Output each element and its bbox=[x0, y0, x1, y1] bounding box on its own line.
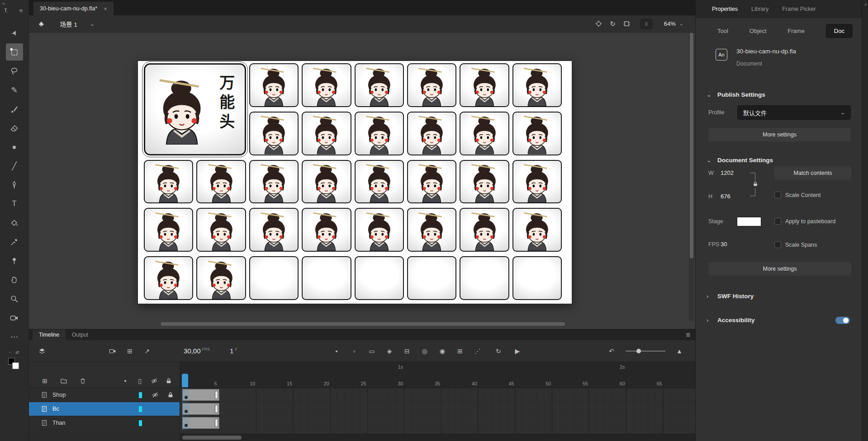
collapse-panel-icon[interactable]: « bbox=[2, 0, 4, 6]
onion-skin-outlines-icon[interactable]: ◉ bbox=[438, 347, 446, 355]
stage[interactable]: 万能头 bbox=[138, 61, 572, 304]
section-publish-settings[interactable]: ⌄ Publish Settings bbox=[696, 86, 862, 98]
section-accessibility[interactable]: › Accessibility bbox=[696, 310, 862, 327]
expression-cell[interactable] bbox=[249, 63, 299, 107]
expression-cell[interactable] bbox=[407, 63, 456, 107]
show-parenting-icon[interactable]: ⊞ bbox=[126, 347, 134, 355]
frame-span[interactable] bbox=[182, 417, 219, 429]
checkbox-box[interactable] bbox=[774, 241, 781, 248]
zoom-stepper[interactable] bbox=[640, 19, 652, 29]
empty-cell[interactable] bbox=[355, 256, 404, 300]
tab-frame-picker[interactable]: Frame Picker bbox=[782, 6, 816, 12]
paint-bucket-tool[interactable] bbox=[6, 214, 23, 231]
expression-cell[interactable] bbox=[407, 208, 456, 252]
tab-library[interactable]: Library bbox=[751, 6, 768, 12]
chevron-right-icon[interactable]: › bbox=[707, 317, 712, 324]
scale-spans-checkbox[interactable]: Scale Spans bbox=[774, 241, 817, 248]
tab-close-icon[interactable]: × bbox=[104, 5, 107, 12]
expression-cell[interactable] bbox=[512, 208, 562, 252]
clip-content-icon[interactable] bbox=[623, 20, 631, 28]
fluid-brush-tool[interactable]: ✎ bbox=[6, 81, 23, 99]
expression-cell[interactable] bbox=[355, 160, 404, 204]
apply-to-pasteboard-checkbox[interactable]: Apply to pasteboard bbox=[774, 218, 835, 225]
classic-brush-tool[interactable] bbox=[6, 100, 23, 117]
accessibility-toggle[interactable] bbox=[835, 317, 850, 324]
expression-cell[interactable] bbox=[249, 160, 299, 204]
zoom-control[interactable]: 64% ⌄ bbox=[664, 20, 683, 27]
timeline-zoom-slider[interactable] bbox=[626, 351, 665, 352]
new-layer-icon[interactable]: ⊞ bbox=[41, 377, 49, 385]
undo-icon[interactable]: ↶ bbox=[607, 347, 616, 355]
panel-menu-icon[interactable]: ≡ bbox=[19, 7, 23, 14]
layer-row-bc[interactable]: Bc bbox=[29, 402, 180, 416]
empty-cell[interactable] bbox=[512, 256, 562, 300]
expression-cell[interactable] bbox=[196, 208, 246, 252]
frame-span[interactable] bbox=[182, 403, 219, 415]
onion-skin-icon[interactable]: ◎ bbox=[421, 347, 429, 355]
camera-tool[interactable] bbox=[6, 309, 23, 326]
expression-cell[interactable] bbox=[196, 160, 246, 204]
layer-frames-row[interactable] bbox=[180, 388, 695, 402]
selection-tool[interactable]: ➤ bbox=[3, 22, 25, 44]
expression-cell[interactable] bbox=[512, 160, 562, 204]
insert-frame-icon[interactable]: ▭ bbox=[368, 347, 376, 355]
scene-name[interactable]: 场景 1 bbox=[60, 19, 77, 28]
height-value[interactable]: 676 bbox=[721, 193, 730, 200]
expression-cell[interactable] bbox=[196, 256, 246, 300]
canvas-horizontal-scrollbar[interactable] bbox=[29, 322, 687, 326]
expression-cell[interactable] bbox=[460, 208, 509, 252]
section-document-settings[interactable]: ⌄ Document Settings bbox=[696, 151, 862, 164]
subtab-object[interactable]: Object bbox=[749, 28, 767, 34]
layer-row-shop[interactable]: Shop bbox=[29, 388, 180, 402]
chevron-down-icon[interactable]: ⌄ bbox=[707, 91, 712, 98]
scene-club-icon[interactable]: ♣ bbox=[39, 20, 44, 28]
width-value[interactable]: 1202 bbox=[721, 169, 734, 176]
edit-multiple-frames-icon[interactable]: ⊞ bbox=[456, 347, 464, 355]
outline-color-column-icon[interactable]: ▯ bbox=[136, 377, 144, 385]
tab-timeline[interactable]: Timeline bbox=[33, 329, 66, 340]
frame-ruler[interactable]: 51015202530354045505560651s2s bbox=[180, 362, 695, 388]
layer-frames-row[interactable] bbox=[180, 416, 695, 430]
eraser-tool[interactable] bbox=[6, 119, 23, 136]
document-tab[interactable]: 30-bieu-cam-nu-dp.fla* × bbox=[33, 2, 114, 15]
chevron-right-icon[interactable]: › bbox=[707, 293, 712, 300]
fill-stroke-swatches[interactable] bbox=[8, 358, 21, 371]
auto-keyframe-icon[interactable]: ◈ bbox=[385, 347, 394, 355]
pasteboard[interactable]: 万能头 bbox=[29, 33, 695, 329]
subtab-frame[interactable]: Frame bbox=[787, 28, 805, 34]
publish-more-settings-button[interactable]: More settings bbox=[708, 128, 851, 141]
fps-value[interactable]: 30 bbox=[721, 241, 727, 248]
lock-column-icon[interactable] bbox=[165, 377, 173, 385]
panel-collapse-strip[interactable]: » bbox=[862, 0, 868, 441]
empty-cell[interactable] bbox=[249, 256, 299, 300]
play-icon[interactable]: ▶ bbox=[513, 347, 522, 355]
empty-cell[interactable] bbox=[460, 256, 509, 300]
stage-color-swatch[interactable] bbox=[737, 217, 761, 226]
frame-grid[interactable] bbox=[180, 388, 695, 434]
scene-menu-icon[interactable]: ⌄ bbox=[90, 21, 95, 27]
expression-cell[interactable] bbox=[407, 112, 456, 155]
expression-cell[interactable] bbox=[355, 63, 404, 107]
chevron-down-icon[interactable]: ⌄ bbox=[707, 157, 712, 164]
eyedropper-tool[interactable] bbox=[6, 233, 23, 250]
center-stage-icon[interactable] bbox=[595, 20, 602, 28]
layer-locked-icon[interactable] bbox=[167, 391, 175, 399]
tab-properties[interactable]: Properties bbox=[712, 6, 738, 12]
checkbox-box[interactable] bbox=[774, 192, 781, 198]
collapse-right-icon[interactable]: » bbox=[862, 2, 868, 7]
checkbox-box[interactable] bbox=[774, 218, 781, 225]
tab-output[interactable]: Output bbox=[66, 329, 95, 340]
frame-span[interactable] bbox=[182, 389, 219, 401]
zoom-dropdown-icon[interactable]: ⌄ bbox=[679, 21, 683, 27]
expression-cell[interactable] bbox=[302, 112, 351, 155]
expression-cell[interactable] bbox=[249, 208, 299, 252]
more-tools-icon[interactable]: ⋯ bbox=[6, 328, 23, 345]
layer-frames-row[interactable] bbox=[180, 402, 695, 416]
expression-cell[interactable] bbox=[460, 63, 509, 107]
rotate-view-icon[interactable]: ↻ bbox=[610, 20, 616, 28]
expression-cell[interactable] bbox=[144, 160, 193, 204]
scale-content-checkbox[interactable]: Scale Content bbox=[774, 192, 821, 198]
canvas-vertical-scrollbar[interactable] bbox=[689, 33, 694, 321]
free-transform-tool[interactable] bbox=[6, 43, 23, 61]
link-dimensions-lock-icon[interactable] bbox=[752, 181, 759, 188]
